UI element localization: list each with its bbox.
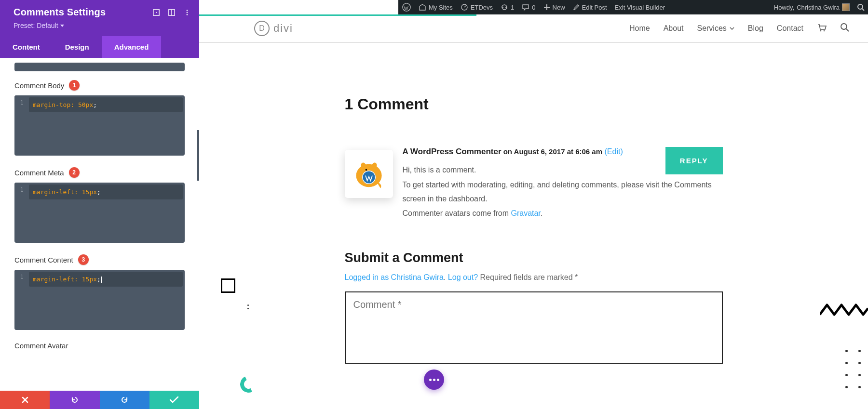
- page-preview: My Sites ETDevs 1 0 New: [199, 0, 868, 409]
- site-header: D divi Home About Services Blog Contact: [199, 14, 868, 42]
- edit-post-link[interactable]: Edit Post: [569, 0, 611, 14]
- submit-comment-heading: Submit a Comment: [345, 251, 723, 265]
- svg-point-5: [187, 12, 188, 13]
- annotation-badge-3: 3: [78, 254, 89, 265]
- decor-arc-icon: [238, 373, 259, 395]
- site-link[interactable]: ETDevs: [457, 0, 497, 14]
- field-label-comment-meta: Comment Meta: [14, 169, 64, 177]
- wp-admin-bar: My Sites ETDevs 1 0 New: [398, 0, 868, 14]
- sites-icon: [419, 3, 426, 11]
- svg-point-21: [365, 169, 367, 171]
- user-account-link[interactable]: Howdy, Christina Gwira: [770, 0, 854, 14]
- cart-icon[interactable]: [817, 23, 827, 34]
- decor-dots-icon: [247, 304, 249, 309]
- annotation-badge-1: 1: [69, 80, 80, 91]
- settings-title: Comments Settings: [14, 7, 152, 18]
- svg-point-1: [156, 12, 157, 13]
- gravatar-link[interactable]: Gravatar: [511, 209, 540, 217]
- svg-point-4: [187, 10, 188, 11]
- plus-icon: [543, 4, 550, 11]
- tab-design[interactable]: Design: [53, 36, 102, 58]
- code-editor-comment-body[interactable]: 1 margin-top: 50px;: [14, 95, 185, 156]
- decor-zigzag-icon: [820, 303, 868, 320]
- page-load-progress: [199, 14, 476, 16]
- exit-visual-builder-link[interactable]: Exit Visual Builder: [611, 0, 669, 14]
- nav-blog[interactable]: Blog: [748, 24, 763, 33]
- svg-line-15: [846, 29, 849, 31]
- my-sites-link[interactable]: My Sites: [415, 0, 457, 14]
- field-label-comment-content: Comment Content: [14, 256, 73, 264]
- scrollbar-thumb[interactable]: [197, 130, 199, 181]
- comments-heading: 1 Comment: [345, 95, 723, 113]
- avatar-icon: [842, 3, 850, 11]
- decor-dot-grid-icon: [845, 350, 861, 388]
- comment-item: A WordPress Commenter on August 6, 2017 …: [345, 147, 723, 222]
- site-logo[interactable]: D divi: [254, 21, 293, 36]
- gauge-icon: [461, 3, 468, 11]
- search-icon[interactable]: [840, 23, 850, 34]
- logo-mark-icon: D: [254, 21, 270, 36]
- comment-avatar: [345, 150, 393, 198]
- svg-point-6: [187, 13, 188, 15]
- comment-edit-link[interactable]: (Edit): [604, 147, 623, 156]
- refresh-icon: [501, 3, 508, 11]
- more-vertical-icon[interactable]: [183, 8, 191, 17]
- wp-logo-icon[interactable]: [398, 0, 415, 14]
- wapuu-icon: [352, 157, 386, 191]
- columns-icon[interactable]: [167, 8, 176, 17]
- divi-settings-panel: Comments Settings Preset: Default: [0, 0, 199, 409]
- svg-point-10: [858, 4, 863, 9]
- reply-button[interactable]: REPLY: [665, 147, 723, 174]
- field-label-comment-body: Comment Body: [14, 81, 64, 90]
- svg-point-12: [820, 30, 822, 31]
- comment-textarea[interactable]: [345, 291, 723, 364]
- log-out-link[interactable]: Log out?: [448, 273, 478, 281]
- code-editor-collapsed[interactable]: [14, 63, 185, 71]
- preset-dropdown[interactable]: Preset: Default: [0, 22, 199, 36]
- code-editor-comment-meta[interactable]: 1 margin-left: 15px;: [14, 183, 185, 243]
- svg-point-14: [841, 24, 847, 29]
- redo-button[interactable]: [100, 391, 149, 409]
- expand-icon[interactable]: [152, 8, 161, 17]
- field-label-comment-avatar: Comment Avatar: [14, 342, 68, 350]
- new-link[interactable]: New: [540, 0, 569, 14]
- logged-in-as-link[interactable]: Logged in as Christina Gwira: [345, 273, 444, 281]
- tab-content[interactable]: Content: [0, 36, 53, 58]
- svg-point-13: [824, 30, 825, 31]
- comments-link[interactable]: 0: [518, 0, 539, 14]
- svg-line-9: [464, 6, 466, 7]
- divi-fab-button[interactable]: [424, 369, 444, 390]
- undo-button[interactable]: [50, 391, 99, 409]
- svg-point-7: [403, 3, 410, 11]
- comment-icon: [522, 3, 529, 11]
- code-editor-comment-content[interactable]: 1 margin-left: 15px;: [14, 270, 185, 330]
- annotation-badge-2: 2: [69, 167, 80, 178]
- pencil-icon: [573, 4, 580, 11]
- nav-services[interactable]: Services: [697, 24, 734, 33]
- nav-about[interactable]: About: [664, 24, 684, 33]
- nav-contact[interactable]: Contact: [777, 24, 803, 33]
- decor-square-icon: [221, 278, 235, 293]
- save-button[interactable]: [149, 391, 199, 409]
- nav-home[interactable]: Home: [629, 24, 650, 33]
- chevron-down-icon: [730, 27, 734, 30]
- admin-search-icon[interactable]: [854, 0, 868, 14]
- cancel-button[interactable]: [0, 391, 50, 409]
- updates-link[interactable]: 1: [497, 0, 518, 14]
- comment-author-link[interactable]: A WordPress Commenter: [403, 147, 502, 156]
- svg-line-11: [862, 9, 864, 11]
- tab-advanced[interactable]: Advanced: [102, 36, 162, 58]
- comment-date-link[interactable]: August 6, 2017 at 6:06 am: [514, 147, 602, 156]
